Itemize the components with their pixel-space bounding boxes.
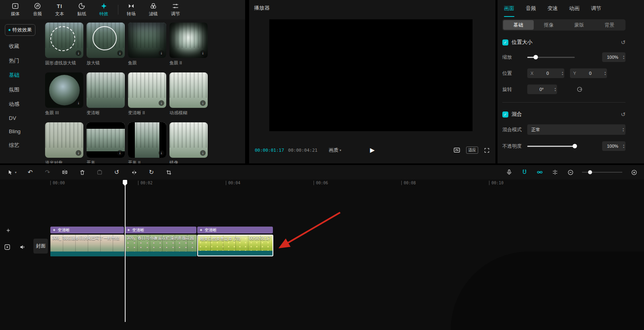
reset-icon[interactable]: ↺ (621, 111, 625, 118)
link-tracks-icon[interactable] (536, 169, 543, 176)
split-icon[interactable] (61, 169, 68, 176)
effect-card[interactable]: ↓ 开幕 (87, 122, 125, 163)
effect-card[interactable]: ↓ 鱼眼 (128, 23, 166, 66)
cover-button[interactable]: 封面 (33, 239, 48, 254)
category-bling[interactable]: Bling (0, 125, 42, 138)
select-tool[interactable]: ▾ (6, 169, 17, 176)
category-dv[interactable]: DV (0, 111, 42, 125)
preview-quality-icon[interactable] (453, 146, 460, 154)
tab-speed[interactable]: 变速 (547, 0, 558, 17)
tab-effects[interactable]: 特效 (93, 2, 114, 17)
tab-media[interactable]: 媒体 (5, 2, 26, 17)
effect-thumbnail[interactable]: ↓ (45, 122, 83, 158)
category-favorites[interactable]: 收藏 (0, 39, 42, 54)
effect-card[interactable]: ↓ 开幕 II (128, 122, 166, 163)
effect-thumbnail[interactable]: ↓ (128, 122, 166, 158)
effect-thumbnail[interactable]: ↓ (45, 72, 83, 108)
effect-thumbnail[interactable]: ↓ (87, 23, 125, 58)
effect-thumbnail[interactable]: ↓ (45, 23, 83, 58)
mirror-icon[interactable] (130, 169, 138, 176)
effect-thumbnail[interactable]: ↓ (128, 23, 166, 58)
subtab-mask[interactable]: 蒙版 (564, 20, 594, 30)
fit-mode-button[interactable]: 适应 (466, 146, 478, 154)
effect-card[interactable]: ↓ 圆形虚线放大镜 (45, 23, 83, 66)
effect-thumbnail[interactable]: ↓ (169, 72, 208, 108)
tab-audio[interactable]: 音频 (27, 2, 48, 17)
effect-card[interactable]: ↓ 放大镜 (87, 23, 125, 66)
position-y-input[interactable]: Y 0 ▴▾ (570, 68, 607, 78)
effect-card[interactable]: ↓ 镜像 (169, 122, 208, 163)
category-basic[interactable]: 基础 (0, 68, 42, 82)
reset-icon[interactable]: ↺ (621, 39, 625, 45)
play-button[interactable]: ▶ (370, 146, 375, 154)
stepper-arrows-icon[interactable]: ▴▾ (555, 87, 556, 92)
effect-thumbnail[interactable]: ↓ (128, 72, 166, 108)
timeline-video-clip[interactable]: 309_ '春日与你邂逅在烂漫的蔷薇花园 (125, 235, 197, 256)
snap-magnet-icon[interactable] (521, 169, 528, 176)
quality-dropdown[interactable]: 画质 ▾ (329, 147, 341, 154)
category-variety[interactable]: 综艺 (0, 138, 42, 153)
effect-thumbnail[interactable]: ↓ (169, 23, 208, 58)
track-preview-icon[interactable] (4, 244, 10, 250)
tab-sticker[interactable]: 贴纸 (71, 2, 92, 17)
effect-thumbnail[interactable]: ↓ (87, 122, 125, 158)
effect-card[interactable]: ↓ 动感模糊 (169, 72, 208, 116)
effect-clip[interactable]: 变清晰 (50, 227, 124, 233)
subtab-keying[interactable]: 抠像 (534, 20, 564, 30)
timeline-ruler[interactable]: 00:00 00:02 00:04 00:06 00:08 00:10 (0, 179, 644, 187)
position-size-checkbox[interactable]: ✓ (502, 39, 508, 45)
timeline-video-clip[interactable]: 309_ '我在这春日的尾巴写了一封书信 (50, 235, 124, 256)
category-atmosphere[interactable]: 氛围 (0, 82, 42, 97)
tab-picture[interactable]: 画面 (504, 0, 514, 17)
category-hot[interactable]: 热门 (0, 54, 42, 68)
tab-animation[interactable]: 动画 (569, 0, 580, 17)
position-x-input[interactable]: X 0 ▴▾ (527, 68, 564, 78)
preview-axis-icon[interactable] (551, 169, 559, 176)
effect-thumbnail[interactable]: ↓ (169, 122, 208, 158)
undo-icon[interactable]: ↶ (27, 169, 34, 176)
effect-card[interactable]: ↓ 鱼眼 II (169, 23, 208, 66)
stepper-arrows-icon[interactable]: ▴▾ (605, 71, 606, 76)
effect-card[interactable]: ↓ 逆光对焦 (45, 122, 83, 163)
record-audio-icon[interactable] (506, 169, 513, 176)
crop-icon[interactable] (165, 169, 172, 176)
rotate-value-input[interactable]: 0° ▴▾ (527, 85, 557, 94)
zoom-in-icon[interactable] (630, 169, 638, 176)
tab-adjustment[interactable]: 调节 (591, 0, 601, 17)
tab-text[interactable]: TI 文本 (49, 2, 70, 17)
effect-card[interactable]: ↓ 变清晰 II (128, 72, 166, 116)
stepper-arrows-icon[interactable]: ▴▾ (623, 144, 624, 148)
opacity-value-input[interactable]: 100% ▴▾ (602, 141, 625, 151)
category-dynamic[interactable]: 动感 (0, 97, 42, 111)
scale-value-input[interactable]: 100% ▴▾ (602, 52, 625, 62)
effect-card[interactable]: 变清晰 (87, 72, 125, 116)
playhead-line[interactable] (125, 180, 126, 322)
redo-icon[interactable]: ↷ (44, 169, 51, 176)
timeline-video-clip-selected[interactable]: 唯美自然美景花草 (78) 00:00:01:17 (197, 235, 273, 256)
delete-icon[interactable] (78, 169, 86, 176)
scale-slider[interactable] (527, 57, 575, 58)
stepper-arrows-icon[interactable]: ▴▾ (562, 71, 563, 76)
rotate-icon[interactable]: ↻ (148, 169, 155, 176)
video-preview-canvas[interactable] (269, 19, 473, 131)
fullscreen-icon[interactable] (484, 147, 490, 153)
blend-mode-dropdown[interactable]: 正常 ▴▾ (527, 124, 625, 135)
tab-filter[interactable]: 滤镜 (143, 2, 164, 17)
subtab-background[interactable]: 背景 (594, 20, 625, 30)
reverse-icon[interactable]: ↺ (113, 169, 120, 176)
effect-clip[interactable]: 变清晰 (197, 227, 273, 233)
tab-audio-settings[interactable]: 音频 (526, 0, 536, 17)
stepper-arrows-icon[interactable]: ▴▾ (623, 127, 624, 132)
mute-track-icon[interactable] (19, 244, 26, 250)
zoom-out-icon[interactable] (567, 169, 574, 176)
stepper-arrows-icon[interactable]: ▴▾ (623, 55, 624, 60)
opacity-slider[interactable] (527, 146, 575, 147)
blend-checkbox[interactable]: ✓ (502, 111, 508, 118)
rotate-dial-icon[interactable] (576, 86, 583, 93)
freeze-frame-icon[interactable] (96, 169, 103, 176)
timeline-zoom-slider[interactable] (582, 172, 622, 173)
tab-transition[interactable]: 转场 (121, 2, 142, 17)
effects-group-selector[interactable]: 特效效果 (5, 24, 35, 36)
effect-thumbnail[interactable] (87, 72, 125, 108)
effect-clip[interactable]: 变清晰 (125, 227, 196, 233)
